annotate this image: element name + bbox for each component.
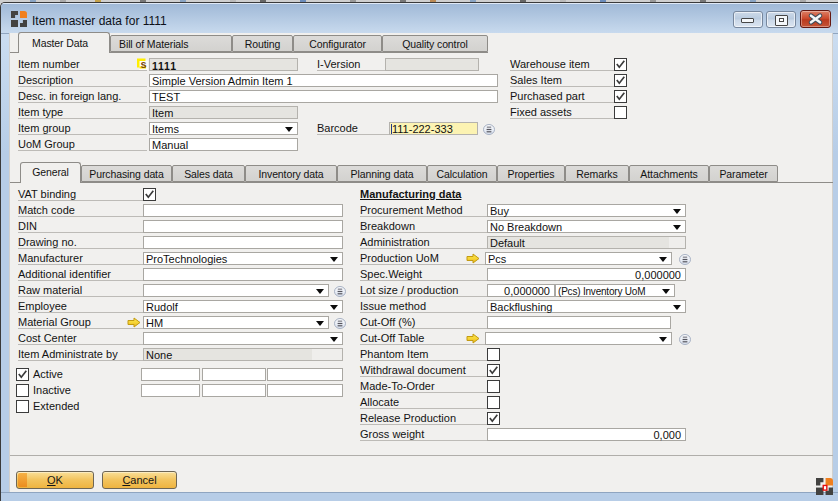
svg-text:s: s	[141, 58, 147, 70]
